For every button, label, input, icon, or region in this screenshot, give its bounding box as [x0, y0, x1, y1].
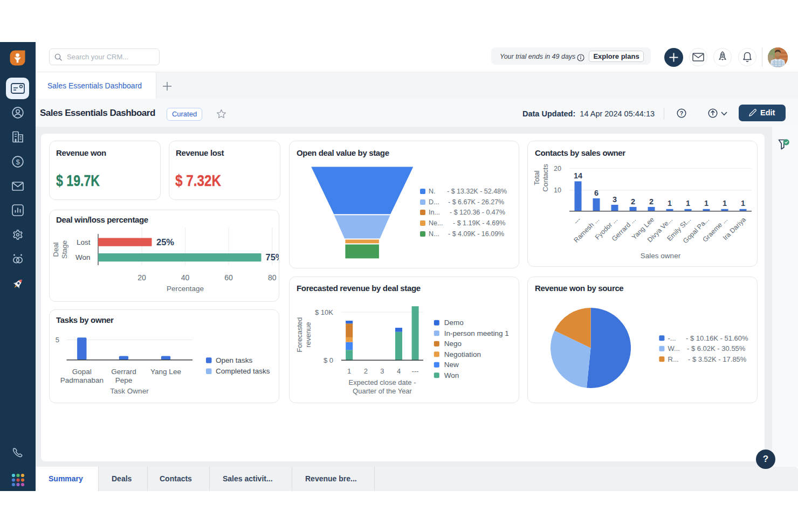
svg-text:14: 14 — [574, 171, 582, 180]
svg-text:R...: R... — [668, 355, 679, 363]
svg-text:25%: 25% — [156, 237, 174, 247]
svg-text:60: 60 — [224, 273, 233, 282]
svg-text:?: ? — [680, 110, 683, 116]
svg-text:- $ 6.02K - 30.55%: - $ 6.02K - 30.55% — [687, 344, 746, 353]
svg-text:$ 0: $ 0 — [324, 356, 333, 364]
svg-text:$: $ — [16, 158, 20, 166]
svg-text:Gopal: Gopal — [72, 368, 92, 376]
svg-text:1: 1 — [347, 367, 351, 375]
svg-text:10: 10 — [554, 186, 561, 194]
svg-text:3: 3 — [613, 195, 617, 204]
svg-text:75%: 75% — [266, 252, 279, 262]
svg-text:1: 1 — [704, 199, 708, 208]
svg-text:40: 40 — [181, 273, 190, 282]
svg-text:1: 1 — [741, 199, 745, 208]
svg-text:6: 6 — [594, 189, 598, 197]
svg-text:revenue: revenue — [304, 322, 312, 348]
svg-text:Quarter of the Year: Quarter of the Year — [353, 387, 412, 395]
svg-text:- $ 3.52K - 17.85%: - $ 3.52K - 17.85% — [688, 355, 747, 363]
svg-text:Task Owner: Task Owner — [110, 387, 149, 395]
svg-text:Percentage: Percentage — [167, 285, 204, 293]
svg-text:Won: Won — [444, 371, 459, 379]
svg-text:Open tasks: Open tasks — [216, 356, 253, 364]
svg-text:Negotiation: Negotiation — [444, 350, 481, 358]
svg-text:1: 1 — [723, 199, 727, 208]
svg-text:Stage: Stage — [60, 240, 68, 259]
svg-text:Gerrard: Gerrard — [111, 368, 136, 376]
svg-text:-...: -... — [668, 334, 676, 342]
svg-text:Nego: Nego — [444, 340, 462, 348]
svg-text:Completed tasks: Completed tasks — [216, 367, 270, 375]
svg-text:20: 20 — [554, 165, 561, 172]
svg-text:4: 4 — [397, 367, 401, 375]
svg-text:Forecasted: Forecasted — [295, 317, 304, 352]
svg-text:Yang Lee: Yang Lee — [150, 368, 181, 376]
svg-text:Total: Total — [533, 170, 541, 185]
svg-text:---: --- — [572, 216, 582, 226]
svg-text:$ 10K: $ 10K — [315, 308, 333, 316]
svg-text:Won: Won — [75, 253, 91, 261]
svg-text:$ 7.32K: $ 7.32K — [175, 171, 221, 189]
svg-text:Padmanaban: Padmanaban — [60, 376, 104, 384]
svg-text:W...: W... — [668, 344, 680, 353]
svg-text:1: 1 — [668, 199, 672, 208]
svg-text:20: 20 — [137, 273, 146, 282]
svg-text:5: 5 — [56, 336, 59, 344]
svg-text:3: 3 — [380, 367, 384, 375]
svg-text:Deal: Deal — [52, 243, 60, 257]
svg-text:1: 1 — [686, 199, 690, 208]
svg-text:Sales owner: Sales owner — [641, 252, 681, 260]
svg-text:$ 19.7K: $ 19.7K — [56, 171, 100, 189]
svg-text:Lost: Lost — [77, 238, 91, 246]
svg-text:- $ 10.16K - 51.60%: - $ 10.16K - 51.60% — [686, 334, 748, 342]
svg-text:80: 80 — [268, 273, 277, 282]
svg-text:---: --- — [412, 367, 419, 375]
svg-text:2: 2 — [649, 197, 653, 206]
svg-text:New: New — [444, 361, 459, 369]
svg-text:Contacts: Contacts — [541, 164, 549, 192]
svg-text:Demo: Demo — [444, 319, 464, 327]
svg-text:In-person meeting 1: In-person meeting 1 — [444, 329, 509, 337]
svg-text:Pepe: Pepe — [115, 376, 133, 384]
svg-text:2: 2 — [631, 197, 635, 206]
svg-text:Expected close date -: Expected close date - — [348, 378, 416, 386]
svg-text:2: 2 — [364, 367, 368, 375]
